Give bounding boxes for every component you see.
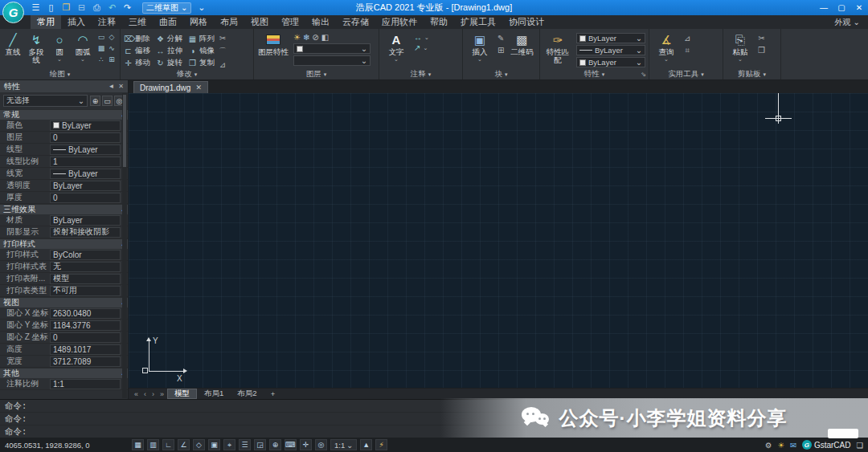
property-value[interactable]: 投射和接收阴影 [50, 227, 121, 238]
redo-icon[interactable]: ↷ [122, 2, 133, 13]
layer-dropdown[interactable]: ⌄ [293, 43, 371, 54]
property-value[interactable]: 1489.1017 [50, 344, 121, 355]
lineweight-dropdown[interactable]: ByLayer ⌄ [576, 57, 645, 67]
drawing-canvas[interactable]: Y X [129, 93, 868, 388]
tab-manage[interactable]: 管理 [275, 15, 305, 29]
polar-toggle-icon[interactable]: ∠ [178, 439, 190, 450]
qat-customize-icon[interactable]: ⌄ [196, 2, 207, 13]
qrcode-button[interactable]: ▩ 二维码 [508, 31, 535, 56]
lineweight-toggle-icon[interactable]: ☰ [239, 439, 251, 450]
tab-help[interactable]: 帮助 [424, 15, 454, 29]
calculator-icon[interactable]: ⌗ [684, 46, 690, 55]
transparency-toggle-icon[interactable]: ◲ [254, 439, 266, 450]
tab-home[interactable]: 常用 [31, 15, 61, 29]
trim-icon[interactable]: ✂ [219, 34, 227, 43]
property-value[interactable]: 不可用 [50, 286, 121, 296]
property-value[interactable]: 0 [50, 132, 121, 143]
panel-block-label[interactable]: 块 ▾ [463, 69, 539, 79]
tab-express[interactable]: 扩展工具 [454, 15, 502, 29]
autohide-icon[interactable]: ◄ [108, 83, 114, 90]
point-icon[interactable]: ∴ [96, 55, 106, 66]
close-icon[interactable]: ✕ [195, 83, 202, 92]
save-icon[interactable]: ⊟ [76, 2, 87, 13]
panel-properties-label[interactable]: 特性 ▾ ⇘ [540, 69, 649, 79]
property-value[interactable]: ByLayer [50, 215, 121, 226]
grid-toggle-icon[interactable]: ▦ [132, 439, 144, 450]
section-3d-effects[interactable]: 三维效果 ▴ [0, 204, 128, 214]
prev-tab-icon[interactable]: ‹ [141, 390, 149, 398]
appearance-menu[interactable]: 外观 ⌄ [835, 15, 860, 29]
block-edit-icon[interactable]: ✎ [497, 34, 504, 43]
close-button[interactable]: ✕ [850, 3, 868, 12]
pickadd-toggle-icon[interactable]: ⊕ [90, 96, 100, 106]
panel-modify-label[interactable]: 修改 ▾ [121, 69, 253, 79]
select-objects-icon[interactable]: ▭ [102, 96, 113, 106]
dimension-tool[interactable]: ↔ ⌄ [414, 33, 429, 42]
scale-icon[interactable]: ⊿ [219, 60, 227, 69]
layer-on-icon[interactable]: ☀ [293, 33, 301, 42]
document-tab[interactable]: Drawing1.dwg ✕ [133, 81, 208, 93]
close-icon[interactable]: ✕ [118, 83, 124, 90]
last-tab-icon[interactable]: » [158, 390, 166, 398]
insert-block-button[interactable]: ▣ 插入 ⌄ [466, 31, 493, 62]
property-value[interactable]: 1:1 [50, 379, 121, 389]
panel-layer-label[interactable]: 图层 ▾ [254, 69, 379, 79]
tab-apps[interactable]: 应用软件 [375, 15, 424, 29]
array-button[interactable]: ▦阵列 [188, 34, 215, 44]
layer-lock-icon[interactable]: ⊘ [312, 33, 318, 42]
mirror-button[interactable]: ◑镜像 [188, 46, 215, 56]
tab-layout[interactable]: 布局 [214, 15, 244, 29]
line-button[interactable]: ╱ 直线 [3, 31, 23, 56]
region-icon[interactable]: ⊞ [107, 55, 117, 66]
bulb-icon[interactable]: ☀ [777, 441, 784, 450]
plot-icon[interactable]: ⎙ [92, 2, 102, 13]
selection-dropdown[interactable]: 无选择 ⌄ [3, 95, 88, 107]
property-value[interactable]: 无 [50, 262, 121, 272]
text-button[interactable]: A 文字 ⌄ [383, 31, 410, 62]
offset-button[interactable]: ⊏偏移 [124, 46, 150, 56]
section-other[interactable]: 其他 ▴ [0, 368, 128, 378]
otrack-toggle-icon[interactable]: ⌖ [223, 439, 235, 450]
panel-draw-label[interactable]: 绘图 ▾ [0, 69, 120, 79]
maximize-button[interactable]: ▢ [833, 3, 850, 12]
property-value[interactable]: ByLayer [50, 169, 121, 179]
panel-annotate-label[interactable]: 注释 ▾ [379, 69, 462, 79]
copy-clip-icon[interactable]: ❐ [758, 46, 765, 55]
tab-output[interactable]: 输出 [305, 15, 336, 29]
snap-toggle-icon[interactable]: ▥ [147, 439, 159, 450]
tab-3d[interactable]: 三维 [122, 15, 153, 29]
pan-icon[interactable]: ✛ [300, 439, 312, 450]
erase-button[interactable]: ⌦删除 [124, 34, 150, 44]
explode-button[interactable]: ❖分解 [156, 34, 182, 44]
panel-clipboard-label[interactable]: 剪贴板 ▾ [723, 69, 780, 79]
first-tab-icon[interactable]: « [132, 390, 141, 398]
cut-icon[interactable]: ✂ [758, 34, 765, 43]
annotation-auto-icon[interactable]: ⚡ [375, 439, 387, 450]
add-layout-button[interactable]: + [264, 389, 282, 399]
dialog-launcher-icon[interactable]: ⇘ [641, 71, 646, 78]
color-dropdown[interactable]: ByLayer ⌄ [576, 33, 645, 43]
annotation-visibility-icon[interactable]: ▲ [360, 439, 372, 450]
polygon-icon[interactable]: ◇ [107, 33, 117, 43]
ortho-toggle-icon[interactable]: ∟ [162, 439, 174, 450]
panel-utilities-label[interactable]: 实用工具 ▾ [649, 69, 723, 79]
gear-icon[interactable]: ⚙ [765, 441, 772, 450]
property-value[interactable]: 1184.3776 [50, 320, 121, 331]
minimize-button[interactable]: — [815, 3, 833, 12]
polyline-button[interactable]: ↯ 多段线 [27, 31, 46, 64]
property-value[interactable]: 0 [50, 332, 121, 343]
dynamic-input-icon[interactable]: ⌨ [285, 439, 297, 450]
move-button[interactable]: ✛移动 [124, 58, 150, 68]
property-value[interactable]: ByLayer [50, 120, 121, 131]
tab-annotate[interactable]: 注释 [92, 15, 122, 29]
layer-color-icon[interactable]: ◧ [321, 33, 329, 42]
property-value[interactable]: ByLayer [50, 181, 121, 191]
fillet-icon[interactable]: ⌒ [219, 46, 227, 57]
selection-cycling-icon[interactable]: ⊕ [269, 439, 281, 450]
tab-layout2[interactable]: 布局2 [231, 389, 263, 399]
match-properties-button[interactable]: ✑ 特性匹配 [543, 31, 572, 64]
rectangle-icon[interactable]: ▭ [96, 33, 106, 43]
property-value[interactable]: 模型 [50, 274, 121, 284]
layer-properties-button[interactable]: 图层特性 [257, 31, 289, 56]
property-value[interactable]: 0 [50, 193, 121, 203]
